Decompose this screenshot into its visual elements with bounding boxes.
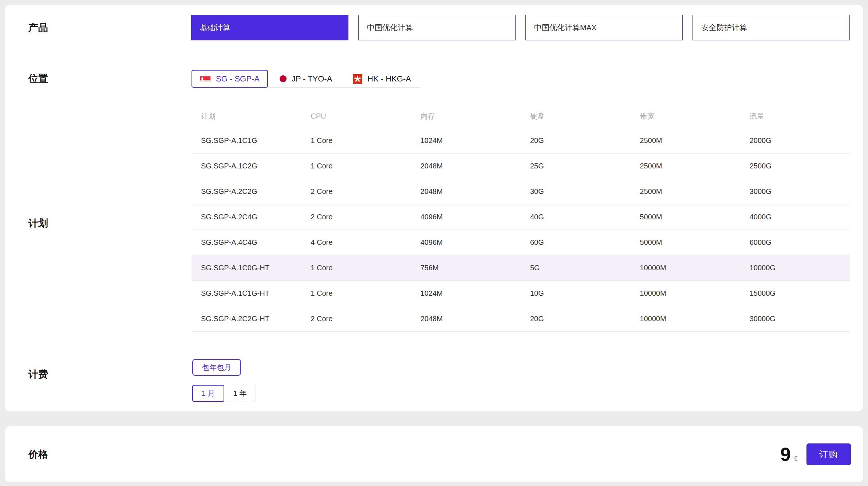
plan-cell: 30000G: [740, 315, 850, 323]
period-option-1-month[interactable]: 1 月: [192, 385, 224, 402]
location-tab-label: JP - TYO-A: [292, 74, 332, 84]
plan-cell: SG.SGP-A.1C1G-HT: [192, 289, 301, 298]
plan-cell: 10000M: [630, 315, 740, 323]
location-tab-sg-sgp-a[interactable]: SG - SGP-A: [192, 70, 268, 88]
plan-cell: 2 Core: [301, 187, 411, 196]
plan-table-row[interactable]: SG.SGP-A.1C1G1 Core1024M20G2500M2000G: [192, 128, 850, 154]
price-summary-card: 价格 9 € 订购: [5, 426, 863, 482]
plan-cell: 1024M: [411, 136, 521, 145]
plan-cell: 3000G: [740, 187, 850, 196]
plan-table-body: SG.SGP-A.1C1G1 Core1024M20G2500M2000GSG.…: [192, 128, 850, 332]
plan-cell: 4000G: [740, 213, 850, 221]
plan-section-label: 计划: [28, 218, 48, 229]
location-tab-hk-hkg-a[interactable]: HK - HKG-A: [344, 70, 420, 88]
plan-table-row[interactable]: SG.SGP-A.1C2G1 Core2048M25G2500M2500G: [192, 154, 850, 179]
plan-cell: 1 Core: [301, 289, 411, 298]
period-option-1-year[interactable]: 1 年: [224, 385, 256, 402]
plan-cell: 15000G: [740, 289, 850, 298]
plan-cell: 60G: [521, 238, 630, 247]
plan-column-header: CPU: [301, 112, 411, 120]
price-summary-right: 9 € 订购: [780, 443, 851, 465]
plan-cell: 2500M: [630, 136, 740, 145]
plan-table-row[interactable]: SG.SGP-A.2C2G2 Core2048M30G2500M3000G: [192, 179, 850, 204]
price-amount: 9: [780, 445, 791, 464]
plan-cell: 25G: [521, 162, 630, 170]
plan-column-header: 计划: [192, 111, 301, 121]
order-config-card: 产品 基础计算 中国优化计算 中国优化计算MAX 安全防护计算 位置 SG - …: [5, 5, 863, 411]
plan-cell: 1024M: [411, 289, 521, 298]
product-option-basic-compute[interactable]: 基础计算: [191, 15, 348, 40]
plan-column-header: 硬盘: [521, 111, 630, 121]
plan-table-row[interactable]: SG.SGP-A.1C1G-HT1 Core1024M10G10000M1500…: [192, 281, 850, 306]
plan-cell: SG.SGP-A.1C1G: [192, 136, 301, 145]
billing-period-group: 1 月 1 年: [192, 385, 256, 402]
plan-cell: 30G: [521, 187, 630, 196]
plan-cell: 40G: [521, 213, 630, 221]
plan-cell: 5000M: [630, 213, 740, 221]
plan-cell: SG.SGP-A.1C0G-HT: [192, 264, 301, 272]
plan-column-header: 内存: [411, 111, 521, 121]
product-option-china-optimized-max[interactable]: 中国优化计算MAX: [525, 15, 683, 40]
order-button[interactable]: 订购: [806, 443, 851, 465]
plan-cell: SG.SGP-A.2C2G-HT: [192, 315, 301, 323]
plan-cell: 20G: [521, 315, 630, 323]
product-option-china-optimized[interactable]: 中国优化计算: [358, 15, 516, 40]
plan-cell: 756M: [411, 264, 521, 272]
plan-cell: 10000M: [630, 289, 740, 298]
plan-table-row[interactable]: SG.SGP-A.2C4G2 Core4096M40G5000M4000G: [192, 204, 850, 230]
plan-cell: 20G: [521, 136, 630, 145]
plan-cell: 2048M: [411, 315, 521, 323]
plan-cell: 10000M: [630, 264, 740, 272]
plan-cell: 2500G: [740, 162, 850, 170]
plan-column-header: 流量: [740, 111, 850, 121]
plan-cell: 2500M: [630, 187, 740, 196]
product-section-label: 产品: [28, 22, 48, 33]
location-tab-label: SG - SGP-A: [216, 74, 260, 84]
plan-cell: SG.SGP-A.2C2G: [192, 187, 301, 196]
plan-cell: 4 Core: [301, 238, 411, 247]
billing-mode-button[interactable]: 包年包月: [192, 359, 241, 376]
plan-table: 计划CPU内存硬盘带宽流量 SG.SGP-A.1C1G1 Core1024M20…: [192, 105, 850, 332]
billing-section-label: 计费: [28, 369, 48, 380]
plan-cell: 10000G: [740, 264, 850, 272]
plan-cell: SG.SGP-A.2C4G: [192, 213, 301, 221]
plan-cell: 2500M: [630, 162, 740, 170]
location-tab-label: HK - HKG-A: [367, 74, 411, 84]
plan-cell: 2 Core: [301, 213, 411, 221]
plan-cell: 10G: [521, 289, 630, 298]
price-value: 9 €: [780, 445, 798, 464]
plan-cell: SG.SGP-A.4C4G: [192, 238, 301, 247]
plan-cell: 2000G: [740, 136, 850, 145]
plan-cell: 2 Core: [301, 315, 411, 323]
plan-cell: SG.SGP-A.1C2G: [192, 162, 301, 170]
plan-cell: 1 Core: [301, 136, 411, 145]
plan-cell: 6000G: [740, 238, 850, 247]
plan-cell: 5000M: [630, 238, 740, 247]
location-tab-jp-tyo-a[interactable]: JP - TYO-A: [268, 70, 344, 88]
plan-column-header: 带宽: [630, 111, 740, 121]
product-options-row: 基础计算 中国优化计算 中国优化计算MAX 安全防护计算: [191, 15, 850, 40]
plan-cell: 1 Core: [301, 162, 411, 170]
plan-table-row[interactable]: SG.SGP-A.1C0G-HT1 Core756M5G10000M10000G: [192, 255, 850, 281]
plan-cell: 2048M: [411, 187, 521, 196]
plan-cell: 5G: [521, 264, 630, 272]
location-section-label: 位置: [28, 73, 48, 84]
price-currency: €: [794, 455, 798, 463]
plan-table-row[interactable]: SG.SGP-A.2C2G-HT2 Core2048M20G10000M3000…: [192, 306, 850, 332]
plan-cell: 4096M: [411, 213, 521, 221]
plan-cell: 1 Core: [301, 264, 411, 272]
hong-kong-flag-icon: [353, 74, 362, 84]
plan-cell: 4096M: [411, 238, 521, 247]
singapore-flag-icon: [200, 76, 211, 82]
japan-flag-icon: [280, 75, 287, 82]
plan-table-header: 计划CPU内存硬盘带宽流量: [192, 105, 850, 128]
price-section-label: 价格: [28, 448, 48, 461]
plan-cell: 2048M: [411, 162, 521, 170]
location-tabs: SG - SGP-A JP - TYO-A HK - HKG-A: [192, 70, 420, 88]
product-option-security-compute[interactable]: 安全防护计算: [693, 15, 850, 40]
plan-table-row[interactable]: SG.SGP-A.4C4G4 Core4096M60G5000M6000G: [192, 230, 850, 255]
